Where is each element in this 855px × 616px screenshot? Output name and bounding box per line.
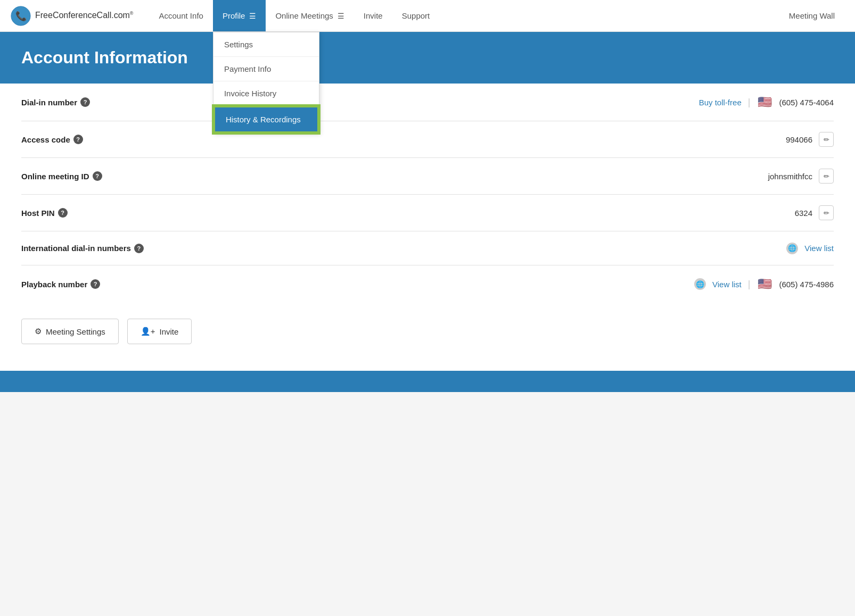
profile-dropdown: Settings Payment Info Invoice History Hi…: [213, 32, 319, 134]
footer-band: [0, 371, 855, 392]
access-code-value: 994066: [786, 135, 812, 144]
row-access-code: Access code ? 994066 ✏: [21, 121, 834, 158]
row-dial-in: Dial-in number ? Buy toll-free | 🇺🇸 (605…: [21, 84, 834, 121]
logo[interactable]: 📞 FreeConferenceCall.com®: [11, 6, 134, 26]
separator-dial-in: |: [748, 97, 751, 108]
edit-access-code-button[interactable]: ✏: [819, 132, 834, 147]
host-pin-value: 6324: [795, 209, 812, 218]
value-dial-in: Buy toll-free | 🇺🇸 (605) 475-4064: [699, 94, 834, 110]
logo-text: FreeConferenceCall.com®: [35, 11, 134, 20]
row-online-meeting-id: Online meeting ID ? johnsmithfcc ✏: [21, 158, 834, 195]
help-icon-dial-in[interactable]: ?: [80, 97, 90, 107]
logo-icon: 📞: [11, 6, 31, 26]
value-online-meeting-id: johnsmithfcc ✏: [768, 169, 834, 184]
dropdown-invoice-history[interactable]: Invoice History: [213, 81, 319, 106]
meeting-settings-button[interactable]: ⚙ Meeting Settings: [21, 319, 119, 344]
nav-items: Account Info Profile ☰ Settings Payment …: [150, 0, 845, 31]
help-icon-playback-number[interactable]: ?: [91, 279, 100, 289]
value-playback-number: 🌐 View list | 🇺🇸 (605) 475-4986: [694, 276, 834, 292]
nav-meeting-wall[interactable]: Meeting Wall: [779, 0, 844, 31]
edit-host-pin-button[interactable]: ✏: [819, 205, 834, 220]
row-host-pin: Host PIN ? 6324 ✏: [21, 195, 834, 231]
value-intl-dial-in: 🌐 View list: [786, 243, 834, 254]
label-playback-number: Playback number ?: [21, 279, 160, 289]
label-online-meeting-id: Online meeting ID ?: [21, 171, 160, 181]
label-intl-dial-in: International dial-in numbers ?: [21, 244, 160, 253]
row-intl-dial-in: International dial-in numbers ? 🌐 View l…: [21, 231, 834, 265]
nav-support[interactable]: Support: [392, 0, 440, 31]
profile-menu-icon: ☰: [249, 12, 256, 20]
nav-online-meetings[interactable]: Online Meetings ☰: [266, 0, 353, 31]
value-host-pin: 6324 ✏: [795, 205, 834, 220]
invite-button[interactable]: 👤+ Invite: [127, 319, 192, 344]
phone-dial-in: (605) 475-4064: [779, 98, 834, 107]
help-icon-online-meeting-id[interactable]: ?: [93, 171, 102, 181]
gear-icon: ⚙: [35, 327, 42, 336]
view-list-playback-link[interactable]: View list: [712, 280, 742, 289]
online-meeting-id-value: johnsmithfcc: [768, 172, 812, 181]
profile-nav-wrapper: Profile ☰ Settings Payment Info Invoice …: [213, 0, 266, 31]
nav-profile[interactable]: Profile ☰: [213, 0, 266, 31]
label-access-code: Access code ?: [21, 135, 160, 144]
flag-dial-in: 🇺🇸: [757, 94, 772, 110]
bottom-buttons: ⚙ Meeting Settings 👤+ Invite: [0, 303, 855, 371]
dropdown-payment-info[interactable]: Payment Info: [213, 57, 319, 81]
help-icon-host-pin[interactable]: ?: [58, 208, 68, 218]
label-host-pin: Host PIN ?: [21, 208, 160, 218]
person-add-icon: 👤+: [141, 327, 155, 336]
dropdown-settings[interactable]: Settings: [213, 32, 319, 57]
header-band: Account Information: [0, 32, 855, 84]
separator-playback: |: [748, 279, 751, 290]
navbar: 📞 FreeConferenceCall.com® Account Info P…: [0, 0, 855, 32]
nav-invite[interactable]: Invite: [354, 0, 392, 31]
dropdown-menu: Settings Payment Info Invoice History Hi…: [213, 32, 319, 134]
page-title: Account Information: [21, 48, 834, 68]
globe-icon-intl: 🌐: [786, 243, 798, 254]
globe-icon-playback: 🌐: [694, 278, 706, 290]
online-meetings-menu-icon: ☰: [338, 12, 344, 20]
nav-account-info[interactable]: Account Info: [150, 0, 213, 31]
info-section: Dial-in number ? Buy toll-free | 🇺🇸 (605…: [0, 84, 855, 303]
phone-playback: (605) 475-4986: [779, 280, 834, 289]
view-list-intl-link[interactable]: View list: [804, 244, 834, 253]
edit-online-meeting-id-button[interactable]: ✏: [819, 169, 834, 184]
svg-text:📞: 📞: [15, 11, 27, 22]
help-icon-intl-dial-in[interactable]: ?: [134, 244, 144, 253]
value-access-code: 994066 ✏: [786, 132, 834, 147]
label-dial-in: Dial-in number ?: [21, 97, 160, 107]
dropdown-history-recordings[interactable]: History & Recordings: [213, 106, 319, 133]
row-playback-number: Playback number ? 🌐 View list | 🇺🇸 (605)…: [21, 265, 834, 303]
help-icon-access-code[interactable]: ?: [73, 135, 83, 144]
flag-playback: 🇺🇸: [757, 276, 772, 292]
buy-toll-free-link[interactable]: Buy toll-free: [699, 98, 742, 107]
